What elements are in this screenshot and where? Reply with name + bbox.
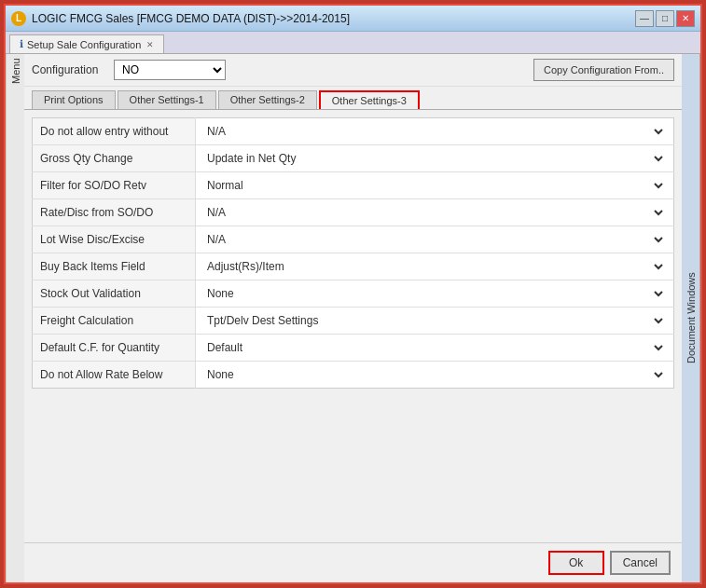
- table-row: Default C.F. for Quantity Default: [33, 335, 674, 362]
- setting-label: Gross Qty Change: [33, 145, 196, 172]
- freight-calculation-select[interactable]: Tpt/Delv Dest Settings: [203, 311, 666, 330]
- cancel-button[interactable]: Cancel: [610, 551, 671, 575]
- setting-value-cell[interactable]: Tpt/Delv Dest Settings: [196, 308, 674, 335]
- setting-value-cell[interactable]: Normal: [196, 172, 674, 199]
- maximize-button[interactable]: □: [656, 10, 674, 27]
- inner-tab-bar: Print Options Other Settings-1 Other Set…: [24, 87, 682, 110]
- setting-value-cell[interactable]: Default: [196, 335, 674, 362]
- tab-print-options[interactable]: Print Options: [32, 90, 116, 109]
- setting-label: Do not allow entry without: [33, 118, 196, 145]
- document-windows-label: Document Windows: [685, 273, 697, 364]
- app-icon: L: [11, 11, 26, 26]
- close-window-button[interactable]: ✕: [676, 10, 695, 27]
- default-cf-quantity-select[interactable]: Default: [203, 338, 666, 357]
- window-title: LOGIC FMCG Sales [FMCG DEMO DATA (DIST)-…: [32, 12, 350, 25]
- setting-label: Stock Out Validation: [33, 280, 196, 308]
- configuration-row: Configuration NO Copy Configuration From…: [24, 54, 682, 87]
- info-icon: ℹ: [20, 38, 23, 50]
- menu-label: Menu: [10, 58, 21, 84]
- footer: Ok Cancel: [24, 542, 682, 582]
- setting-value-cell[interactable]: Adjust(Rs)/Item: [196, 253, 674, 280]
- setting-value-cell[interactable]: Update in Net Qty: [196, 145, 674, 172]
- table-row: Freight Calculation Tpt/Delv Dest Settin…: [33, 308, 674, 335]
- settings-table: Do not allow entry without N/A Gross Qty…: [32, 117, 674, 389]
- ok-button[interactable]: Ok: [548, 551, 604, 575]
- tab-other-settings-1[interactable]: Other Settings-1: [118, 90, 216, 109]
- setup-tab-bar: ℹ Setup Sale Configuration ✕: [6, 32, 700, 54]
- configuration-select[interactable]: NO: [114, 60, 226, 80]
- menu-sidebar: Menu: [6, 54, 24, 582]
- table-row: Filter for SO/DO Retv Normal: [33, 172, 674, 199]
- setting-value-cell[interactable]: None: [196, 280, 674, 308]
- table-row: Gross Qty Change Update in Net Qty: [33, 145, 674, 172]
- table-row: Buy Back Items Field Adjust(Rs)/Item: [33, 253, 674, 280]
- rate-disc-from-so-do-select[interactable]: N/A: [203, 203, 666, 222]
- tab-other-settings-3[interactable]: Other Settings-3: [319, 90, 420, 109]
- setting-label: Rate/Disc from SO/DO: [33, 199, 196, 226]
- filter-so-do-select[interactable]: Normal: [203, 176, 666, 195]
- do-not-allow-rate-below-select[interactable]: None: [203, 365, 666, 384]
- setup-sale-config-tab[interactable]: ℹ Setup Sale Configuration ✕: [9, 34, 164, 53]
- setting-value-cell[interactable]: N/A: [196, 199, 674, 226]
- setting-value-cell[interactable]: N/A: [196, 118, 674, 145]
- lot-wise-disc-excise-select[interactable]: N/A: [203, 230, 666, 249]
- table-row: Do not allow entry without N/A: [33, 118, 674, 145]
- copy-configuration-button[interactable]: Copy Configuration From..: [533, 59, 674, 81]
- settings-area: Do not allow entry without N/A Gross Qty…: [24, 110, 682, 542]
- setting-value-cell[interactable]: None: [196, 362, 674, 389]
- configuration-label: Configuration: [32, 63, 106, 76]
- tab-other-settings-2[interactable]: Other Settings-2: [218, 90, 317, 109]
- title-bar: L LOGIC FMCG Sales [FMCG DEMO DATA (DIST…: [6, 6, 700, 32]
- table-row: Do not Allow Rate Below None: [33, 362, 674, 389]
- setup-tab-label: Setup Sale Configuration: [27, 39, 141, 50]
- setting-label: Freight Calculation: [33, 308, 196, 335]
- stock-out-validation-select[interactable]: None: [203, 284, 666, 303]
- table-row: Lot Wise Disc/Excise N/A: [33, 226, 674, 253]
- buy-back-items-select[interactable]: Adjust(Rs)/Item: [203, 257, 666, 276]
- setting-label: Lot Wise Disc/Excise: [33, 226, 196, 253]
- setting-label: Buy Back Items Field: [33, 253, 196, 280]
- setting-label: Filter for SO/DO Retv: [33, 172, 196, 199]
- table-row: Stock Out Validation None: [33, 280, 674, 308]
- table-row: Rate/Disc from SO/DO N/A: [33, 199, 674, 226]
- setting-label: Default C.F. for Quantity: [33, 335, 196, 362]
- setup-tab-close-button[interactable]: ✕: [146, 40, 154, 49]
- setting-value-cell[interactable]: N/A: [196, 226, 674, 253]
- document-windows-sidebar: Document Windows: [682, 54, 700, 582]
- do-not-allow-entry-select[interactable]: N/A: [203, 122, 666, 141]
- setting-label: Do not Allow Rate Below: [33, 362, 196, 389]
- minimize-button[interactable]: —: [635, 10, 654, 27]
- gross-qty-change-select[interactable]: Update in Net Qty: [203, 149, 666, 168]
